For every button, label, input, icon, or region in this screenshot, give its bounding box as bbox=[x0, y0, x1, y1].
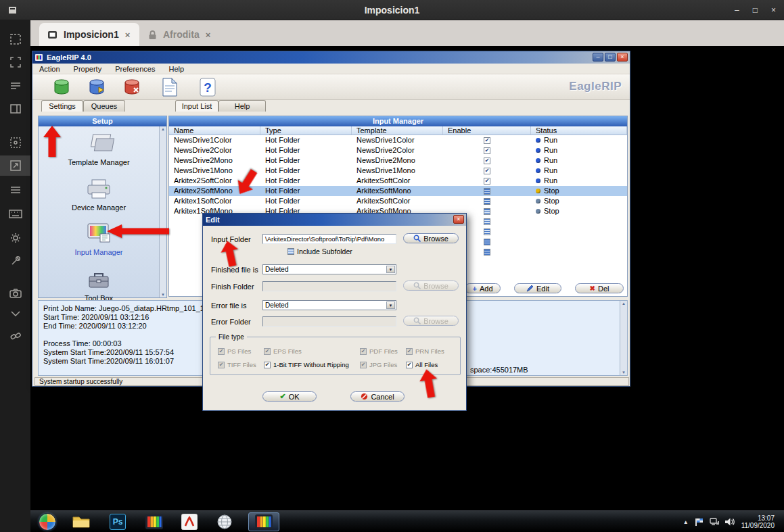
cell-enable[interactable]: ✔ bbox=[443, 166, 531, 176]
screenshot-camera-icon[interactable] bbox=[0, 283, 30, 304]
cell-enable[interactable]: ✔ bbox=[443, 135, 531, 145]
tray-flag-icon[interactable] bbox=[695, 518, 704, 526]
column-status[interactable]: Status bbox=[531, 126, 627, 135]
menu-property[interactable]: Property bbox=[67, 65, 109, 73]
table-row[interactable]: Arkitex1SoftColorHot FolderArkitexSoftCo… bbox=[169, 196, 627, 206]
tab-afrodita[interactable]: Afrodita × bbox=[140, 23, 229, 46]
input-folder-browse-button[interactable]: Browse bbox=[403, 233, 459, 243]
tray-expand-icon[interactable]: ▲ bbox=[683, 519, 689, 525]
start-input-database-icon[interactable] bbox=[87, 77, 107, 97]
rip-close-button[interactable]: × bbox=[617, 53, 628, 62]
scale-mode-icon[interactable] bbox=[0, 155, 30, 176]
taskbar-image-app-button[interactable] bbox=[143, 512, 166, 531]
cell-enable[interactable]: ✔ bbox=[443, 145, 531, 155]
scroll-up-icon[interactable]: ▲ bbox=[161, 127, 165, 131]
table-row[interactable]: NewsDrive1ColorHot FolderNewsDrive1Color… bbox=[169, 135, 627, 145]
tray-network-icon[interactable] bbox=[710, 518, 719, 526]
finished-file-select[interactable]: Deleted▼ bbox=[262, 264, 396, 274]
tab-queues[interactable]: Queues bbox=[83, 100, 125, 112]
error-file-select[interactable]: Deleted▼ bbox=[262, 300, 396, 310]
input-folder-field[interactable]: \ArkitexDirector\Softproof\ToRip\Pdf\Mon… bbox=[262, 234, 396, 244]
cell-enable[interactable] bbox=[443, 196, 531, 206]
scroll-up-icon[interactable]: ▲ bbox=[622, 301, 626, 306]
eaglerip-titlebar[interactable]: EagleRIP 4.0 – □ × bbox=[32, 51, 630, 64]
status-run-icon bbox=[536, 148, 540, 153]
enable-checkbox-icon: ✔ bbox=[484, 178, 490, 185]
fullscreen-icon[interactable] bbox=[0, 52, 30, 72]
tab-imposicion1[interactable]: Imposicion1 × bbox=[39, 23, 139, 46]
error-folder-browse-button: Browse bbox=[403, 316, 459, 326]
new-input-database-icon[interactable] bbox=[51, 77, 72, 97]
volume-icon[interactable] bbox=[725, 518, 735, 526]
cell-enable[interactable]: ✔ bbox=[443, 155, 531, 166]
capture-region-icon[interactable] bbox=[0, 132, 30, 153]
status-run-icon bbox=[536, 168, 540, 173]
taskbar-eaglerip-button-active[interactable] bbox=[248, 512, 279, 531]
tab-settings[interactable]: Settings bbox=[41, 100, 83, 112]
close-button[interactable]: × bbox=[771, 5, 776, 15]
dialog-close-button[interactable]: × bbox=[453, 215, 464, 224]
file-type-legend: File type bbox=[216, 333, 247, 341]
menu-help[interactable]: Help bbox=[162, 65, 191, 73]
disconnect-icon[interactable] bbox=[0, 326, 30, 346]
clock[interactable]: 13:07 11/09/2020 bbox=[741, 514, 775, 529]
rip-minimize-button[interactable]: – bbox=[593, 53, 603, 62]
taskbar-explorer-button[interactable] bbox=[70, 512, 93, 531]
delete-input-database-icon[interactable] bbox=[122, 77, 142, 97]
include-subfolder-checkbox[interactable]: Include Subfolder bbox=[287, 247, 352, 256]
tools-wrench-icon[interactable] bbox=[0, 251, 30, 271]
checkbox-prn-files: ✔PRN Files bbox=[406, 347, 444, 355]
dropdown-arrow-icon[interactable]: ▼ bbox=[386, 266, 395, 273]
table-row[interactable]: NewsDrive1MonoHot FolderNewsDrive1Mono✔R… bbox=[169, 166, 627, 176]
keyboard-icon[interactable] bbox=[0, 203, 30, 224]
setup-scrollbar[interactable]: ▲ ▼ bbox=[159, 126, 166, 297]
add-button[interactable]: +Add bbox=[465, 283, 501, 293]
restore-button[interactable]: □ bbox=[753, 5, 758, 15]
window-titlebar[interactable]: Imposicion1 – □ × bbox=[0, 0, 784, 20]
edit-button[interactable]: Edit bbox=[514, 283, 561, 293]
eaglerip-logo: EagleRIP bbox=[569, 80, 622, 93]
log-scrollbar[interactable]: ▲ ▼ bbox=[620, 301, 627, 375]
dropdown-arrow-icon[interactable]: ▼ bbox=[386, 301, 395, 309]
table-row[interactable]: NewsDrive2MonoHot FolderNewsDrive2Mono✔R… bbox=[169, 155, 627, 166]
cancel-button[interactable]: Cancel bbox=[350, 391, 405, 402]
window-panel-icon[interactable] bbox=[0, 99, 30, 119]
checkbox-1bit-tiff[interactable]: ✔1-Bit TIFF Without Ripping bbox=[264, 361, 349, 368]
rip-maximize-button[interactable]: □ bbox=[605, 53, 616, 62]
selection-region-icon[interactable] bbox=[0, 29, 30, 49]
setup-item-tool-box[interactable]: Tool Box bbox=[39, 269, 159, 302]
checkbox-all-files[interactable]: ✔All Files bbox=[406, 361, 438, 368]
settings-gear-icon[interactable] bbox=[0, 228, 30, 248]
help-icon[interactable]: ? bbox=[198, 77, 218, 97]
start-button[interactable] bbox=[36, 512, 59, 531]
enable-striped-icon bbox=[484, 249, 490, 256]
column-template[interactable]: Template bbox=[352, 126, 443, 135]
ok-button[interactable]: ✔OK bbox=[262, 391, 317, 402]
tab-close-icon[interactable]: × bbox=[206, 30, 211, 40]
taskbar-photoshop-button[interactable]: Ps bbox=[106, 512, 129, 531]
delete-button[interactable]: ✖Del bbox=[575, 283, 624, 293]
menu-icon[interactable] bbox=[0, 180, 30, 200]
tab-help[interactable]: Help bbox=[218, 100, 266, 112]
cell-enable[interactable] bbox=[443, 186, 531, 196]
chevron-down-icon[interactable] bbox=[0, 304, 30, 324]
scroll-down-icon[interactable]: ▼ bbox=[622, 370, 626, 374]
table-row[interactable]: NewsDrive2ColorHot FolderNewsDrive2Color… bbox=[169, 145, 627, 155]
minimize-button[interactable]: – bbox=[735, 5, 739, 15]
view-list-icon[interactable] bbox=[0, 76, 30, 96]
cell-enable[interactable]: ✔ bbox=[443, 176, 531, 186]
menu-preferences[interactable]: Preferences bbox=[108, 65, 162, 73]
tab-close-icon[interactable]: × bbox=[125, 30, 131, 40]
tab-input-list[interactable]: Input List bbox=[175, 100, 218, 112]
scroll-down-icon[interactable]: ▼ bbox=[161, 293, 165, 297]
column-name[interactable]: Name bbox=[169, 126, 260, 135]
taskbar-pdf-button[interactable] bbox=[178, 512, 201, 531]
column-type[interactable]: Type bbox=[260, 126, 352, 135]
menu-action[interactable]: Action bbox=[32, 65, 67, 73]
column-enable[interactable]: Enable bbox=[443, 126, 531, 135]
setup-item-device-manager[interactable]: Device Manager bbox=[39, 177, 159, 212]
windows-start-icon bbox=[39, 513, 56, 531]
taskbar-browser-button[interactable] bbox=[213, 512, 236, 531]
document-icon[interactable] bbox=[160, 77, 180, 97]
edit-dialog-titlebar[interactable]: Edit × bbox=[203, 214, 466, 226]
